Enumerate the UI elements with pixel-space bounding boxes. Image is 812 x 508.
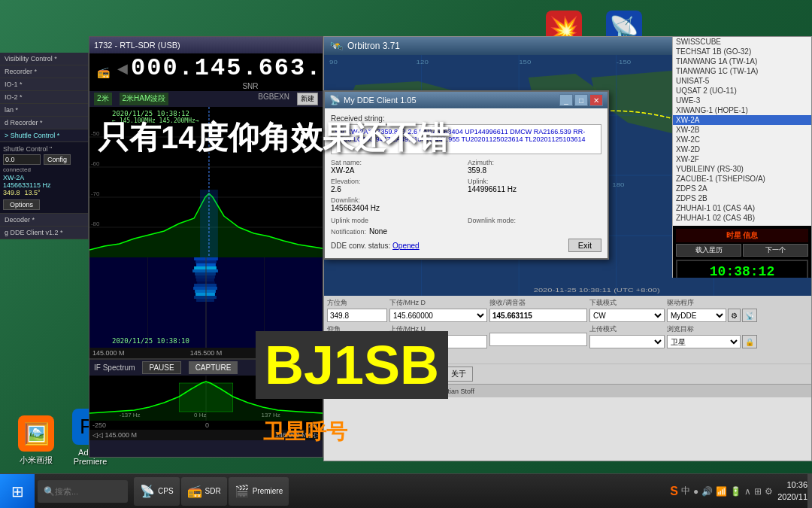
sat-list-item-swisscube[interactable]: SWISSCUBE — [673, 37, 811, 47]
panel-item-io1[interactable]: IO-1 * — [0, 78, 88, 91]
sdr-bgbexn: BGBEXN — [258, 93, 289, 105]
sat-list-item-techsat[interactable]: TECHSAT 1B (GO-32) — [673, 47, 811, 56]
sat-list-item-yubileiny[interactable]: YUBILEINY (RS-30) — [673, 164, 811, 174]
dde-downlink-mode-field: Downlink mode: — [468, 217, 601, 224]
taskbar-app-cps[interactable]: 📡 CPS — [134, 477, 180, 506]
orbitron-dlmode-select[interactable]: CW — [589, 309, 665, 322]
shuttle-options-button[interactable]: Options — [3, 199, 40, 210]
orbitron-dlmode-field: 下载模式 CW — [589, 298, 665, 322]
satellite-list[interactable]: SWISSCUBE TECHSAT 1B (GO-32) TIANWANG 1A… — [672, 37, 811, 278]
orbitron-ulmode-select[interactable] — [589, 335, 665, 348]
dot-icon: ● — [693, 486, 698, 497]
taskbar-search-input[interactable] — [55, 487, 115, 496]
dde-minimize-button[interactable]: _ — [559, 94, 573, 106]
dde-exit-button[interactable]: Exit — [568, 239, 601, 252]
sat-list-item-uqsat2[interactable]: UQSAT 2 (UO-11) — [673, 86, 811, 96]
orbitron-driver-settings-button[interactable]: ⚙ — [728, 309, 741, 322]
sat-list-item-xw2d[interactable]: XW-2D — [673, 144, 811, 154]
dde-status-value: Opened — [392, 242, 420, 250]
show-desktop-button[interactable] — [807, 474, 812, 509]
volume-icon: 🔊 — [701, 486, 713, 497]
sat-list-item-zdps2b[interactable]: ZDPS 2B — [673, 193, 811, 203]
orbitron-browse-lock-button[interactable]: 🔒 — [742, 335, 757, 348]
sat-list-item-xw2b[interactable]: XW-2B — [673, 125, 811, 135]
desktop-icon-xiaomi[interactable]: 🖼️ 小米画报 — [6, 412, 66, 469]
sdr-new-button[interactable]: 新建 — [297, 93, 318, 105]
dde-uplink-mode-field: Uplink mode — [331, 217, 465, 224]
orbitron-driver-field: 驱动程序 MyDDE ⚙ 📡 — [667, 298, 757, 322]
sat-list-item-xiwang1[interactable]: XIWANG-1 (HOPE-1) — [673, 105, 811, 115]
sat-list-item-zhuhai102[interactable]: ZHUHAI-1 02 (CAS 4B) — [673, 213, 811, 223]
dde-maximize-button[interactable]: □ — [574, 94, 588, 106]
sat-list-item-xw2a[interactable]: XW-2A — [673, 115, 811, 125]
panel-item-io2[interactable]: IO-2 * — [0, 91, 88, 104]
dde-fields: Sat name: XW-2A Azimuth: 359.8 Elevation… — [331, 159, 601, 212]
panel-item-recorder[interactable]: Recorder * — [0, 65, 88, 78]
if-spectrum-label: IF Spectrum — [94, 364, 135, 372]
taskbar-start-button[interactable]: ⊞ — [0, 474, 35, 509]
orbitron-azimuth-field: 方位角 — [327, 298, 387, 322]
dde-titlebar: 📡 My DDE Client 1.05 _ □ ✕ — [325, 92, 607, 108]
svg-rect-23 — [195, 290, 216, 293]
shuttle-control-label: Shuttle Control " — [3, 145, 85, 153]
sat-list-item-xw2c[interactable]: XW-2C — [673, 135, 811, 144]
panel-item-drecorder[interactable]: d Recorder * — [0, 117, 88, 129]
svg-rect-22 — [193, 287, 217, 290]
sdr-snr-label: SNR — [242, 82, 258, 90]
cps-icon: 📡 — [140, 484, 155, 498]
taskbar-search[interactable]: 🔍 — [38, 480, 128, 503]
sat-list-item-zacube[interactable]: ZACUBE-1 (TSHEPISO/A) — [673, 174, 811, 184]
dde-downlink-field: Downlink: 145663404 Hz — [331, 196, 465, 212]
orbitron-title: Orbitron 3.71 — [347, 41, 400, 51]
sdr-band-label: 2米 — [94, 93, 112, 105]
panel-item-dde[interactable]: g DDE Client v1.2 * — [0, 227, 88, 239]
orbitron-next-button[interactable]: 下一个 — [743, 244, 808, 257]
sat-list-item-zhuhai101[interactable]: ZHUHAI-1 01 (CAS 4A) — [673, 203, 811, 213]
orbitron-driver-connect-button[interactable]: 📡 — [742, 309, 757, 322]
panel-item-decoder[interactable]: Decoder * — [0, 214, 88, 227]
sdr-band-label2: 2米HAM波段 — [120, 93, 169, 105]
shuttle-rotation-input[interactable] — [3, 154, 41, 165]
dde-uplink-field: Uplink: 144996611 Hz — [468, 178, 601, 193]
dde-client-dialog: 📡 My DDE Client 1.05 _ □ ✕ Received stri… — [323, 90, 609, 260]
svg-text:90: 90 — [329, 59, 338, 65]
orbitron-receive2-input[interactable] — [489, 333, 587, 346]
orbitron-receive-field: 接收/调音器 — [489, 298, 587, 322]
panel-item-visibility[interactable]: Visibility Control * — [0, 53, 88, 65]
orbitron-driver-select[interactable]: MyDDE — [667, 309, 726, 322]
dde-azimuth-field: Azimuth: 359.8 — [468, 159, 601, 175]
orbitron-receive-input[interactable] — [489, 309, 587, 322]
orbitron-load-ephemeris-button[interactable]: 载入星历 — [676, 244, 741, 257]
sat-list-item-unisat5[interactable]: UNISAT-5 — [673, 76, 811, 86]
taskbar-app-sdr[interactable]: 📻 SDR — [181, 477, 227, 506]
svg-rect-19 — [196, 278, 214, 281]
dde-close-button[interactable]: ✕ — [589, 94, 603, 106]
orbitron-receive2-field — [489, 324, 587, 348]
sat-list-item-uwe3[interactable]: UWE-3 — [673, 96, 811, 105]
sat-list-item-tw1a[interactable]: TIANWANG 1A (TW-1A) — [673, 56, 811, 66]
if-pause-button[interactable]: PAUSE — [142, 361, 180, 374]
if-capture-button[interactable]: CAPTURE — [189, 361, 238, 374]
sat-list-item-xw2f[interactable]: XW-2F — [673, 154, 811, 164]
notification-area: S 中 ● 🔊 📶 🔋 ∧ ⊞ ⚙ — [665, 485, 777, 498]
shuttle-config-button[interactable]: Config — [44, 154, 71, 165]
orbitron-azimuth-input[interactable] — [327, 309, 387, 322]
overlay-title: 只有14度仰角效果还不错 — [98, 117, 449, 159]
shuttle-connected-label: connected — [3, 166, 85, 173]
dde-notification-row: Notification: None — [331, 227, 601, 236]
battery-icon: 🔋 — [730, 486, 741, 497]
orbitron-about-button[interactable]: 关于 — [444, 367, 473, 382]
sat-list-item-zdps2a[interactable]: ZDPS 2A — [673, 184, 811, 193]
chevron-up-icon[interactable]: ∧ — [744, 486, 751, 497]
svg-text:-70: -70 — [91, 190, 100, 197]
clock-header: 时星 信息 — [676, 229, 808, 242]
panel-item-shuttle[interactable]: > Shuttle Control * — [0, 129, 88, 142]
taskbar-app-premiere[interactable]: 🎬 Premiere — [229, 477, 289, 506]
orbitron-downlink-select[interactable]: 145.660000 — [389, 309, 487, 322]
windows-logo-icon: ⊞ — [11, 482, 24, 500]
taskbar-apps: 📡 CPS 📻 SDR 🎬 Premiere — [131, 477, 665, 506]
panel-item-lan[interactable]: lan * — [0, 104, 88, 117]
sat-list-item-tw1c[interactable]: TIANWANG 1C (TW-1A) — [673, 66, 811, 76]
orbitron-browse-select[interactable]: 卫星 — [667, 335, 741, 348]
orbitron-browse-field: 浏览目标 卫星 🔒 — [667, 324, 757, 348]
